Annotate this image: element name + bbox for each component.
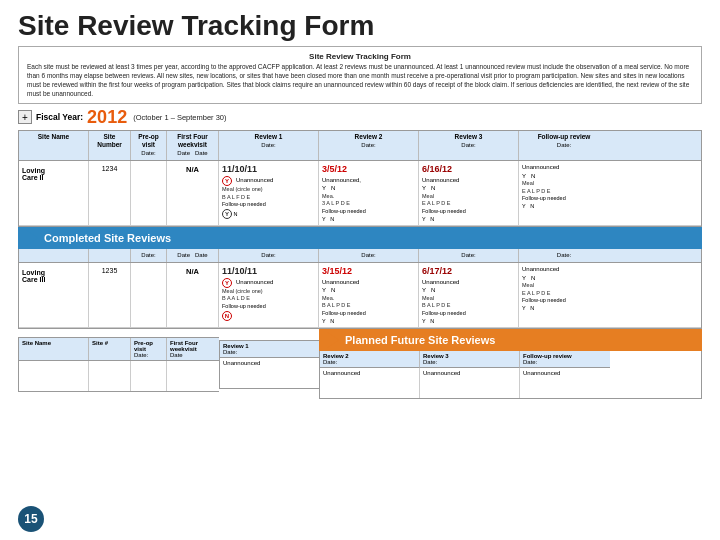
expand-button[interactable]: + xyxy=(18,110,32,124)
review3-cell-2: 6/17/12 UnannouncedY N Meal B A L P D E … xyxy=(419,263,519,327)
review1-meal: Meal (circle one) xyxy=(222,186,315,194)
fiscal-year-label: Fiscal Year: xyxy=(36,112,83,122)
review2-fup-yn: Y N xyxy=(322,216,415,224)
followup-meal-items-2: E A L P D E xyxy=(522,290,606,298)
review2-unann-row: Unannounced,Y N xyxy=(322,176,415,193)
review3-unann-2: UnannouncedY N xyxy=(422,278,515,295)
site-number-cell-2: 1235 xyxy=(89,263,131,327)
planned-left-headers: Site Name Site # Pre-opvisitDate: First … xyxy=(19,338,219,361)
planned-left-row xyxy=(19,361,219,391)
planned-site-name xyxy=(19,361,89,391)
col-review3: Review 3Date: xyxy=(419,131,519,161)
planned-banner-area: Planned Future Site Reviews Review 2Date… xyxy=(319,329,702,399)
review1-cell-2: 11/10/11 Y Unannounced Meal (circle one)… xyxy=(219,263,319,327)
col-review1: Review 1Date: xyxy=(219,131,319,161)
col2-site-name xyxy=(19,249,89,262)
review2-meal-items-2: B A L P D E xyxy=(322,302,415,310)
review1-meal-2: Meal (circle one) xyxy=(222,288,315,296)
review2-date-2: 3/15/12 xyxy=(322,265,415,278)
review3-meal-items: E A L P D E xyxy=(422,200,515,208)
followup-fup: Follow-up needed xyxy=(522,195,606,203)
review3-fup-yn: Y N xyxy=(422,216,515,224)
review1-unann: Unannounced xyxy=(236,176,273,186)
review2-fup-yn-2: Y N xyxy=(322,318,415,326)
planned-followup-header: Follow-up reviewDate: xyxy=(520,351,610,368)
col2-review1: Date: xyxy=(219,249,319,262)
planned-unann-2: Unannounced xyxy=(323,370,416,376)
review3-meal-2: Meal xyxy=(422,295,515,303)
planned-unann-fup: Unannounced xyxy=(523,370,607,376)
firstfour-cell: N/A xyxy=(167,161,219,225)
planned-review2-header: Review 2Date: xyxy=(320,351,420,368)
planned-site-num xyxy=(89,361,131,391)
page-container: Site Review Tracking Form Site Review Tr… xyxy=(0,0,720,540)
completed-label: Completed Site Reviews xyxy=(44,232,171,244)
review3-meal-items-2: B A L P D E xyxy=(422,302,515,310)
page-title: Site Review Tracking Form xyxy=(0,0,720,46)
planned-review1-header: Review 1Date: xyxy=(220,341,319,358)
review3-fup-2: Follow-up needed xyxy=(422,310,515,318)
followup-fup-yn-2: Y N xyxy=(522,305,606,313)
main-table: Site Name Site Number Pre-op visitDate: … xyxy=(18,130,702,228)
followup-unann: UnannouncedY N xyxy=(522,163,606,180)
review2-meal-items: 3 A L P D E xyxy=(322,200,415,208)
table-row: LovingCare II 1234 N/A 11/10/11 Y Unanno… xyxy=(19,161,701,226)
planned-label: Planned Future Site Reviews xyxy=(345,334,495,346)
site-name-cell-2: LovingCare III xyxy=(19,263,89,327)
review2-date: 3/5/12 xyxy=(322,163,415,176)
review3-fup: Follow-up needed xyxy=(422,208,515,216)
col2-preop: Date: xyxy=(131,249,167,262)
site-name-loving-care-iii: LovingCare III xyxy=(22,265,85,283)
preop-cell-2 xyxy=(131,263,167,327)
review2-cell: 3/5/12 Unannounced,Y N Mea. 3 A L P D E … xyxy=(319,161,419,225)
review2-unann-2: UnannouncedY N xyxy=(322,278,415,295)
form-title: Site Review Tracking Form xyxy=(27,51,693,62)
page-number: 15 xyxy=(18,506,44,532)
planned-preop xyxy=(131,361,167,391)
form-description: Each site must be reviewed at least 3 ti… xyxy=(27,62,693,98)
planned-firstfour xyxy=(167,361,219,391)
col2-review3: Date: xyxy=(419,249,519,262)
planned-section: Site Name Site # Pre-opvisitDate: First … xyxy=(18,329,702,399)
col2-firstfour: Date Date xyxy=(167,249,219,262)
completed-arrow-icon xyxy=(26,230,38,246)
review1-circle-y: Y xyxy=(222,176,232,186)
review1-fup-circle: Y xyxy=(222,209,232,219)
planned-review1-col: Review 1Date: Unannounced xyxy=(219,340,319,389)
planned-col-first: First FourweekvisitDate xyxy=(167,338,219,360)
fiscal-year-row: + Fiscal Year: 2012 (October 1 – Septemb… xyxy=(18,107,702,128)
planned-unann-1: Unannounced xyxy=(223,360,316,366)
review2-fup: Follow-up needed xyxy=(322,208,415,216)
col2-followup: Date: xyxy=(519,249,609,262)
review2-meal: Mea. xyxy=(322,193,415,201)
review1-meal-items: B A L F D E xyxy=(222,194,315,202)
col-firstfour: First Four weekvisitDate Date xyxy=(167,131,219,161)
review2-meal-2: Mea. xyxy=(322,295,415,303)
review3-date: 6/16/12 xyxy=(422,163,515,176)
followup-cell: UnannouncedY N Meal E A L P D E Follow-u… xyxy=(519,161,609,225)
planned-followup-cell: Unannounced xyxy=(520,368,610,398)
review3-fup-yn-2: Y N xyxy=(422,318,515,326)
table-row-2: LovingCare III 1235 N/A 11/10/11 Y Unann… xyxy=(19,263,701,328)
planned-col-preop: Pre-opvisitDate: xyxy=(131,338,167,360)
col2-review2: Date: xyxy=(319,249,419,262)
review1-fup-circle-2: N xyxy=(222,311,232,321)
planned-col-num: Site # xyxy=(89,338,131,360)
planned-review1-cell: Unannounced xyxy=(220,358,319,388)
col-review2: Review 2Date: xyxy=(319,131,419,161)
followup-meal-items: E A L P D E xyxy=(522,188,606,196)
review1-cell: 11/10/11 Y Unannounced Meal (circle one)… xyxy=(219,161,319,225)
review1-circle-y-2: Y xyxy=(222,278,232,288)
completed-banner: Completed Site Reviews xyxy=(18,227,702,249)
review1-fup-yn: Y N xyxy=(222,209,315,219)
followup-fup-yn: Y N xyxy=(522,203,606,211)
planned-unann-3: Unannounced xyxy=(423,370,516,376)
doc-header: Site Review Tracking Form Each site must… xyxy=(18,46,702,104)
review1-fup-2: Follow-up needed xyxy=(222,303,315,311)
planned-right-table: Review 2Date: Review 3Date: Follow-up re… xyxy=(319,351,702,399)
review1-date-2: 11/10/11 xyxy=(222,265,315,278)
site-name-loving-care-ii: LovingCare II xyxy=(22,163,85,181)
review1-unann-2: Unannounced xyxy=(236,278,273,288)
col2-site-num xyxy=(89,249,131,262)
planned-review3-cell: Unannounced xyxy=(420,368,520,398)
